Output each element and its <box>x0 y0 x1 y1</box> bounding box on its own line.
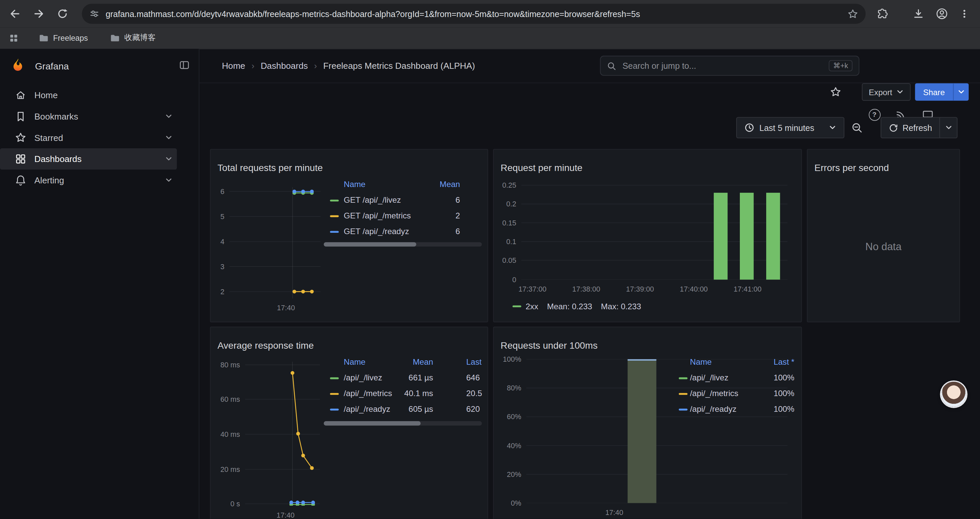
time-range-picker[interactable]: Last 5 minutes <box>736 117 844 138</box>
legend-row[interactable]: /api/_/livez 100% <box>679 370 795 386</box>
search-input[interactable] <box>621 61 824 71</box>
series-mean-value: 2 <box>418 211 460 220</box>
series-name[interactable]: GET /api/_/livez <box>344 195 401 205</box>
refresh-button[interactable]: Refresh <box>881 118 940 137</box>
series-name[interactable]: /api/_/livez <box>690 373 729 382</box>
legend-header-mean[interactable]: Mean <box>418 180 460 189</box>
favorite-dashboard-button[interactable] <box>827 83 844 101</box>
series-name[interactable]: /api/_/metrics <box>344 389 392 398</box>
export-button[interactable]: Export <box>862 83 910 101</box>
grafana-brand[interactable]: Grafana <box>10 57 69 74</box>
scrollbar-thumb[interactable] <box>324 421 421 425</box>
legend-row[interactable]: GET /api/_/livez 6 <box>324 193 482 208</box>
forward-button[interactable] <box>30 5 48 22</box>
panel-title[interactable]: Errors per second <box>814 162 889 173</box>
horizontal-scrollbar[interactable] <box>324 421 482 425</box>
series-last-value: 20.5 ms <box>466 389 482 398</box>
series-name[interactable]: /api/_/readyz <box>690 404 737 414</box>
series-last-value: 100% <box>752 389 794 398</box>
bookmark-item[interactable]: 收藏博客 <box>107 27 159 48</box>
axis-tick-label: 0.05 <box>488 256 516 265</box>
legend-row[interactable]: /api/_/readyz 605 µs 620 µs <box>324 402 482 417</box>
legend-row[interactable]: GET /api/_/readyz 6 <box>324 224 482 240</box>
legend-row[interactable]: GET /api/_/metrics 2 <box>324 208 482 224</box>
chart-canvas <box>521 182 788 279</box>
bell-icon <box>15 175 26 186</box>
legend-table: Name Mean GET /api/_/livez 6 GET /api/_/… <box>324 177 482 240</box>
time-series-plot[interactable] <box>245 362 320 506</box>
menu-kebab-icon[interactable] <box>956 5 973 22</box>
sidebar-item-starred[interactable]: Starred <box>0 127 177 148</box>
search-box[interactable]: ⌘+k <box>600 56 859 76</box>
sidebar-item-dashboards[interactable]: Dashboards <box>0 148 177 170</box>
bar-chart-plot[interactable] <box>521 182 788 279</box>
home-icon <box>15 89 26 101</box>
horizontal-scrollbar[interactable] <box>324 242 482 246</box>
legend-header-name[interactable]: Name <box>344 180 366 189</box>
breadcrumb-separator: › <box>314 61 317 71</box>
axis-tick-label: 17:39:00 <box>626 285 654 294</box>
panel-title[interactable]: Request per minute <box>501 162 582 173</box>
back-button[interactable] <box>6 5 24 22</box>
reload-button[interactable] <box>54 5 71 22</box>
site-info-icon[interactable] <box>89 9 99 19</box>
chevron-down-icon[interactable] <box>165 134 172 141</box>
refresh-interval-dropdown[interactable] <box>940 118 957 137</box>
series-name[interactable]: GET /api/_/metrics <box>344 211 411 220</box>
assistant-avatar[interactable] <box>941 382 966 407</box>
breadcrumb-separator: › <box>251 61 255 71</box>
bookmark-label: 收藏博客 <box>124 32 156 43</box>
legend-header-row: Name Last * <box>679 355 795 370</box>
legend-header-last[interactable]: Last * <box>752 357 794 367</box>
chevron-down-icon[interactable] <box>165 155 172 163</box>
legend-row[interactable]: /api/_/readyz 100% <box>679 402 795 417</box>
time-range-label: Last 5 minutes <box>759 123 815 132</box>
bookmark-item[interactable]: Freeleaps <box>35 27 92 48</box>
profile-icon[interactable] <box>933 5 950 22</box>
legend-row[interactable]: /api/_/metrics 100% <box>679 386 795 402</box>
legend-header-last[interactable]: Last * <box>466 357 482 367</box>
breadcrumb-home[interactable]: Home <box>222 61 245 71</box>
scrollbar-thumb[interactable] <box>324 242 416 246</box>
legend-row[interactable]: /api/_/livez 661 µs 646 µs <box>324 370 482 386</box>
series-name[interactable]: /api/_/readyz <box>344 404 390 414</box>
axis-tick-label: 80 ms <box>213 360 240 369</box>
apps-grid-icon[interactable] <box>5 29 22 47</box>
share-button[interactable]: Share <box>915 83 953 101</box>
arrow-left-icon <box>9 7 21 20</box>
axis-tick-label: 80% <box>494 384 521 393</box>
chevron-down-icon[interactable] <box>165 176 172 184</box>
panel-title[interactable]: Average response time <box>218 340 314 351</box>
url-input[interactable] <box>106 4 837 24</box>
series-name[interactable]: 2xx <box>526 302 538 311</box>
series-name[interactable]: /api/_/metrics <box>690 389 738 398</box>
zoom-out-button[interactable] <box>848 117 866 138</box>
series-name[interactable]: GET /api/_/readyz <box>344 227 409 236</box>
panel-title[interactable]: Requests under 100ms <box>501 340 598 351</box>
panel-requests-under-100ms: Requests under 100ms Name Last * /api/_/… <box>493 327 802 519</box>
url-bar[interactable] <box>82 4 865 24</box>
bookmark-star-icon[interactable] <box>848 9 858 19</box>
legend-header-name[interactable]: Name <box>344 357 366 367</box>
extensions-icon[interactable] <box>873 5 891 22</box>
collapse-sidebar-button[interactable] <box>179 59 190 71</box>
dashboards-icon <box>15 153 26 164</box>
refresh-icon <box>889 123 898 132</box>
breadcrumb-dashboards[interactable]: Dashboards <box>261 61 307 71</box>
share-dropdown-button[interactable] <box>953 83 969 101</box>
sidebar-item-bookmarks[interactable]: Bookmarks <box>0 106 177 127</box>
sidebar-item-home[interactable]: Home <box>0 85 177 106</box>
series-name[interactable]: /api/_/livez <box>344 373 382 382</box>
time-series-plot[interactable] <box>229 187 321 299</box>
series-color-swatch <box>679 377 687 379</box>
legend-item[interactable]: 2xx <box>512 302 538 311</box>
sidebar-item-alerting[interactable]: Alerting <box>0 170 177 191</box>
axis-tick-label: 20 ms <box>213 465 240 474</box>
legend-row[interactable]: /api/_/metrics 40.1 ms 20.5 ms <box>324 386 482 402</box>
legend-header-name[interactable]: Name <box>690 357 712 367</box>
panel-title[interactable]: Total requests per minute <box>218 162 323 173</box>
chevron-down-icon[interactable] <box>165 113 172 120</box>
legend-header-mean[interactable]: Mean <box>391 357 433 367</box>
bookmark-icon <box>15 111 26 122</box>
downloads-icon[interactable] <box>909 5 927 22</box>
